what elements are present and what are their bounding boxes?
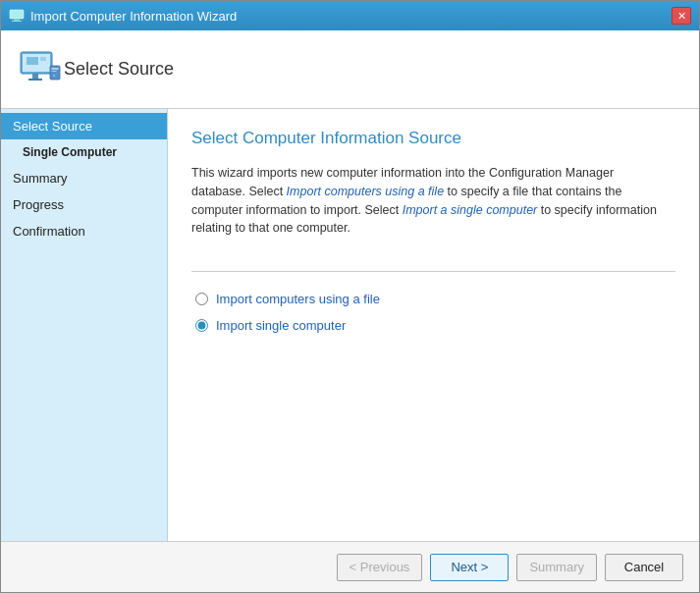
radio-input-single[interactable] xyxy=(195,319,208,332)
sidebar-item-label: Confirmation xyxy=(13,224,85,239)
svg-point-12 xyxy=(53,74,55,76)
highlight-file: Import computers using a file xyxy=(287,185,445,198)
radio-group: Import computers using a file Import sin… xyxy=(195,292,675,333)
next-button[interactable]: Next > xyxy=(430,554,509,581)
window-title: Import Computer Information Wizard xyxy=(30,9,237,24)
svg-rect-6 xyxy=(40,57,46,61)
radio-import-file[interactable]: Import computers using a file xyxy=(195,292,675,306)
svg-rect-5 xyxy=(27,57,38,65)
header-title: Select Source xyxy=(64,59,174,80)
radio-import-single[interactable]: Import single computer xyxy=(195,318,675,333)
svg-rect-8 xyxy=(28,79,42,81)
sidebar-item-label: Summary xyxy=(13,171,68,186)
sidebar-item-summary[interactable]: Summary xyxy=(1,165,167,191)
divider xyxy=(191,271,675,272)
svg-rect-7 xyxy=(32,74,38,79)
main-title: Select Computer Information Source xyxy=(191,129,675,148)
wizard-window: Import Computer Information Wizard ✕ xyxy=(0,0,700,593)
radio-label-file: Import computers using a file xyxy=(216,292,380,306)
previous-button[interactable]: < Previous xyxy=(337,554,423,581)
sidebar-item-single-computer[interactable]: Single Computer xyxy=(1,139,167,165)
sidebar: Select Source Single Computer Summary Pr… xyxy=(1,109,168,541)
sidebar-item-label: Single Computer xyxy=(23,145,117,159)
summary-button[interactable]: Summary xyxy=(516,554,597,581)
svg-rect-10 xyxy=(52,68,59,70)
content-area: Select Source Single Computer Summary Pr… xyxy=(1,109,699,541)
radio-label-single: Import single computer xyxy=(216,318,346,333)
sidebar-item-progress[interactable]: Progress xyxy=(1,191,167,218)
header-icon xyxy=(17,46,64,93)
svg-rect-1 xyxy=(14,19,20,21)
highlight-single: Import a single computer xyxy=(403,203,538,217)
svg-rect-2 xyxy=(12,21,22,22)
title-bar-left: Import Computer Information Wizard xyxy=(9,8,237,24)
sidebar-item-confirmation[interactable]: Confirmation xyxy=(1,218,167,244)
info-text: This wizard imports new computer informa… xyxy=(191,164,663,238)
svg-rect-0 xyxy=(10,10,24,19)
sidebar-item-select-source[interactable]: Select Source xyxy=(1,113,167,139)
cancel-button[interactable]: Cancel xyxy=(605,554,683,581)
wizard-icon xyxy=(9,8,25,24)
close-button[interactable]: ✕ xyxy=(672,7,691,25)
main-content: Select Computer Information Source This … xyxy=(168,109,699,541)
title-bar: Import Computer Information Wizard ✕ xyxy=(1,1,699,30)
svg-rect-11 xyxy=(52,71,57,72)
sidebar-item-label: Progress xyxy=(13,197,64,212)
wizard-header: Select Source xyxy=(1,30,699,109)
footer: < Previous Next > Summary Cancel xyxy=(1,541,699,592)
radio-input-file[interactable] xyxy=(195,293,208,305)
sidebar-item-label: Select Source xyxy=(13,119,92,134)
